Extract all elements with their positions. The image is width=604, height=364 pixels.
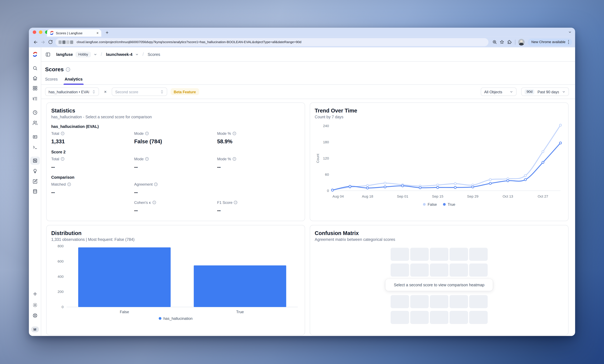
sidebar-item-playground[interactable] [32,145,38,150]
sidebar-item-settings[interactable] [32,303,38,308]
sidebar-item-home[interactable] [32,76,38,81]
langfuse-favicon [50,31,54,35]
date-range-select[interactable]: 90d Past 90 days [521,88,569,96]
confusion-subtitle: Agreement matrix between categorical sco… [315,237,564,242]
y-ticks: 0200400600800 [58,244,63,309]
back-icon[interactable] [32,38,39,46]
breadcrumb-project[interactable]: launchweek-4 [106,52,132,57]
metric-cohens-kappa: Cohen's κ? -- [134,200,217,213]
browser-menu-icon[interactable] [568,40,569,44]
zoom-page-icon[interactable] [491,38,498,46]
minimize-window-button[interactable] [39,30,42,34]
distribution-legend: has_hallucination [51,316,300,321]
help-icon[interactable]: ? [145,132,149,135]
metric-mode-2: Mode? -- [134,157,217,170]
help-icon[interactable]: ? [61,157,64,161]
plus-sparkle-icon [32,291,38,297]
svg-text:0: 0 [327,188,329,193]
legend-item[interactable]: has_hallucination [159,316,192,321]
page-content: Scores i Scores Analytics has_hallucinat… [41,62,575,336]
info-icon[interactable]: i [66,67,70,71]
second-score-select[interactable]: Second score [112,88,167,96]
toolbar-divider [515,39,515,45]
help-icon[interactable]: ? [67,183,71,186]
list-tree-icon [32,96,38,101]
sidebar-toggle-icon[interactable] [45,52,50,57]
svg-text:Sep 01: Sep 01 [397,194,408,198]
tab-close-icon[interactable]: × [96,31,99,35]
confusion-placeholder-grid: Select a second score to view comparison… [315,248,564,324]
profile-avatar[interactable] [518,39,525,45]
sidebar-item-datasets[interactable] [32,189,38,194]
trend-legend: FalseTrue [315,202,564,207]
sidebar-item-sessions[interactable] [32,110,38,115]
help-icon[interactable]: ? [232,132,236,135]
breadcrumb-org[interactable]: langfuse [56,52,73,57]
user-initial-avatar[interactable]: M [31,326,39,332]
chevron-down-icon [562,90,566,93]
sidebar-item-evaluators[interactable] [32,168,38,174]
svg-text:Aug 04: Aug 04 [332,194,344,198]
heatmap-placeholder-cell [469,264,488,276]
org-chevron-down-icon[interactable] [93,52,97,56]
help-icon[interactable]: ? [61,132,64,135]
url-bar[interactable]: cloud.langfuse.com/project/cmhnuoj660007… [56,38,488,46]
browser-tab[interactable]: Scores | Langfuse × [47,29,101,37]
legend-item[interactable]: False [423,202,437,207]
tab-search-chevron-icon[interactable] [568,30,572,34]
sidebar-item-tracing[interactable] [32,96,38,101]
heatmap-placeholder-row [390,264,488,276]
sidebar-item-support[interactable] [32,313,38,318]
langfuse-app: M langfuse Hobby / launchweek-4 [29,47,575,336]
sidebar-item-evaluation[interactable] [32,158,38,163]
metric-mode-pct-2: Mode %? -- [217,157,300,170]
update-chrome-label: New Chrome available [531,40,566,44]
comparison-section-heading: Comparison [51,175,300,179]
project-chevron-down-icon[interactable] [135,52,138,56]
svg-text:180: 180 [323,140,329,144]
tab-analytics[interactable]: Analytics [65,77,83,84]
breadcrumb-separator: / [101,51,102,57]
svg-text:0: 0 [62,305,63,309]
clear-score-button[interactable]: × [102,89,108,94]
clock-icon [32,110,38,115]
range-chip: 90d [525,89,534,94]
forward-icon[interactable] [39,38,47,46]
object-type-select[interactable]: All Objects [481,88,516,96]
help-icon[interactable]: ? [234,201,238,204]
sidebar-item-annotation[interactable] [32,179,38,184]
extensions-icon[interactable] [505,38,513,46]
svg-text:Sep 29: Sep 29 [467,194,478,198]
update-chrome-button[interactable]: New Chrome available [528,38,572,46]
confusion-title: Confusion Matrix [315,230,564,236]
evaluation-icon [32,158,38,163]
browser-window: Scores | Langfuse × + cloud [29,28,575,336]
pen-square-icon [32,179,38,184]
tab-scores[interactable]: Scores [45,77,58,84]
app-header: langfuse Hobby / launchweek-4 / Scores [41,47,575,62]
trend-card: Trend Over Time Count by 7 days 06012018… [310,102,569,221]
sidebar-item-search[interactable] [32,66,38,71]
tab-title: Scores | Langfuse [56,31,82,35]
help-icon[interactable]: ? [154,183,158,186]
svg-text:60: 60 [325,172,329,176]
help-icon[interactable]: ? [145,157,149,161]
bookmark-star-icon[interactable] [498,38,506,46]
series-false [331,124,562,191]
sidebar-item-users[interactable] [32,120,38,125]
main-column: langfuse Hobby / launchweek-4 / Scores [41,47,575,336]
sidebar-item-prompts[interactable] [32,134,38,139]
x-tick-label: False [120,310,129,314]
help-icon[interactable]: ? [232,157,236,161]
help-icon[interactable]: ? [152,201,156,204]
score1-select[interactable]: has_hallucination • EVAL [45,88,99,96]
reload-icon[interactable] [47,38,54,46]
new-tab-button[interactable]: + [104,29,111,36]
sidebar-item-upgrade[interactable] [32,291,38,297]
gear-icon [32,303,38,308]
legend-dot [423,203,426,206]
close-window-button[interactable] [33,30,36,34]
legend-item[interactable]: True [443,202,455,207]
sidebar-item-dashboards[interactable] [32,86,38,91]
site-permission-icons[interactable] [59,40,73,44]
